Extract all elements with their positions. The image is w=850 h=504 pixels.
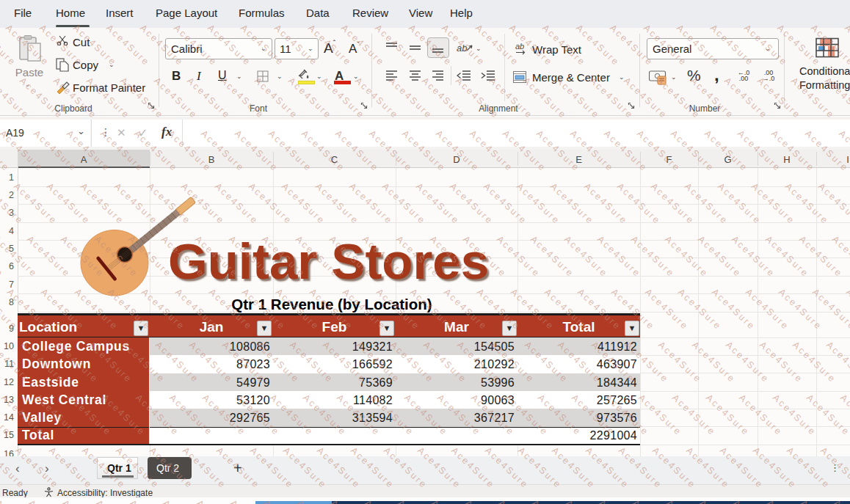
- svg-text:ab: ab: [457, 43, 467, 54]
- svg-text:ab: ab: [515, 43, 524, 51]
